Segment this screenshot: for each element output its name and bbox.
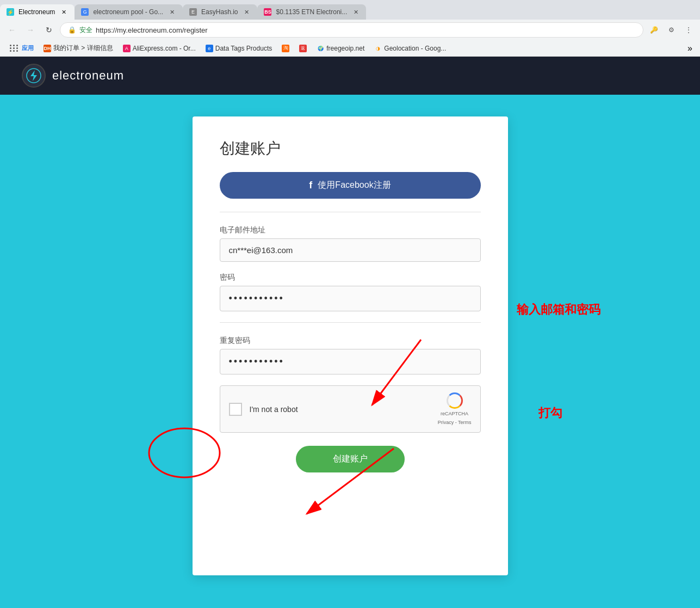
- bookmark-ali[interactable]: A AliExpress.com - Or...: [119, 43, 200, 54]
- tab-close-4[interactable]: ✕: [351, 8, 360, 16]
- bookmark-freegeoip[interactable]: 🌍 freegeoip.net: [312, 43, 369, 54]
- facebook-button-label: 使用Facebook注册: [318, 180, 391, 191]
- facebook-icon: f: [309, 180, 312, 191]
- geolocation-label: Geolocation - Goog...: [384, 45, 446, 52]
- svg-marker-1: [30, 70, 37, 81]
- create-account-button[interactable]: 创建账户: [296, 446, 405, 472]
- logo-icon: [22, 64, 46, 88]
- facebook-register-button[interactable]: f 使用Facebook注册: [220, 172, 481, 199]
- url-bar[interactable]: 🔒 安全 https://my.electroneum.com/register: [60, 22, 643, 38]
- url-text: https://my.electroneum.com/register: [96, 26, 208, 34]
- geolocation-favicon: ◑: [374, 45, 382, 52]
- tab-favicon-2: G: [81, 8, 89, 16]
- bookmark-apps[interactable]: 应用: [4, 42, 38, 54]
- site-logo: electroneum: [22, 64, 124, 88]
- bookmarks-more-button[interactable]: »: [684, 42, 696, 54]
- tab-close-2[interactable]: ✕: [168, 8, 176, 16]
- datatags-label: Data Tags Products: [215, 45, 272, 52]
- bookmark-taobao[interactable]: 淘: [277, 43, 294, 54]
- bookmark-datatags[interactable]: e Data Tags Products: [201, 43, 277, 54]
- tab-close-3[interactable]: ✕: [242, 8, 251, 16]
- password-group: 密码: [220, 273, 481, 311]
- annotation-text-email-password: 输入邮箱和密码: [517, 302, 600, 318]
- annotation-text-checkbox: 打勾: [538, 405, 562, 421]
- address-bar: ← → ↻ 🔒 安全 https://my.electroneum.com/re…: [0, 20, 700, 40]
- tab-bs[interactable]: BS $0.1135 ETN Electroni... ✕: [257, 4, 366, 20]
- fanli-favicon: 返: [299, 45, 307, 52]
- lock-icon: 🔒: [68, 26, 76, 34]
- confirm-label: 重复密码: [220, 336, 481, 346]
- tab-favicon-1: ⚡: [7, 8, 14, 16]
- secure-label: 安全: [79, 26, 92, 35]
- confirm-input[interactable]: [220, 349, 481, 374]
- tab-pool[interactable]: G electroneum pool - Go... ✕: [75, 4, 183, 20]
- logo-text: electroneum: [52, 69, 124, 83]
- page-content: electroneum 创建账户 f 使用Facebook注册 电子邮件地址 密…: [0, 57, 700, 608]
- dh-label: 我的订单 > 详细信息: [53, 44, 113, 53]
- dh-favicon: DH: [44, 45, 51, 52]
- key-icon[interactable]: 🔑: [647, 23, 661, 37]
- recaptcha-checkbox[interactable]: [229, 403, 242, 416]
- recaptcha-brand: reCAPTCHA: [441, 411, 468, 417]
- ali-label: AliExpress.com - Or...: [133, 45, 196, 52]
- bookmarks-bar: 应用 DH 我的订单 > 详细信息 A AliExpress.com - Or.…: [0, 40, 700, 57]
- more-icon[interactable]: ⋮: [682, 23, 696, 37]
- bookmark-geolocation[interactable]: ◑ Geolocation - Goog...: [370, 43, 450, 54]
- email-input[interactable]: [220, 238, 481, 262]
- tab-easyhash[interactable]: E EasyHash.io ✕: [183, 4, 257, 20]
- recaptcha-left: I'm not a robot: [229, 403, 298, 416]
- password-label: 密码: [220, 273, 481, 282]
- tab-favicon-3: E: [189, 8, 197, 16]
- lightning-icon: [26, 68, 41, 83]
- reload-button[interactable]: ↻: [41, 22, 57, 38]
- tab-bar: ⚡ Electroneum ✕ G electroneum pool - Go.…: [0, 0, 700, 20]
- tab-label-3: EasyHash.io: [201, 8, 238, 16]
- register-card: 创建账户 f 使用Facebook注册 电子邮件地址 密码 重复密码: [193, 116, 508, 575]
- recaptcha-right: reCAPTCHA Privacy - Terms: [438, 392, 472, 426]
- svg-point-5: [149, 428, 220, 477]
- extension-icon[interactable]: ⚙: [664, 23, 678, 37]
- recaptcha-spinner: [447, 392, 463, 409]
- datatags-favicon: e: [206, 45, 213, 52]
- tab-label-1: Electroneum: [18, 8, 55, 16]
- tab-close-1[interactable]: ✕: [59, 8, 68, 16]
- email-label: 电子邮件地址: [220, 225, 481, 235]
- bookmark-dh[interactable]: DH 我的订单 > 详细信息: [39, 42, 117, 54]
- card-title: 创建账户: [220, 138, 481, 159]
- taobao-favicon: 淘: [282, 45, 289, 52]
- recaptcha-links: Privacy - Terms: [438, 420, 472, 426]
- create-button-label: 创建账户: [333, 453, 368, 465]
- email-group: 电子邮件地址: [220, 225, 481, 262]
- password-input[interactable]: [220, 286, 481, 311]
- back-button[interactable]: ←: [4, 22, 20, 38]
- recaptcha-label: I'm not a robot: [250, 405, 298, 414]
- freegeoip-favicon: 🌍: [317, 45, 324, 52]
- recaptcha-box: I'm not a robot reCAPTCHA Privacy - Term…: [220, 385, 481, 433]
- main-area: 创建账户 f 使用Facebook注册 电子邮件地址 密码 重复密码: [0, 95, 700, 608]
- confirm-group: 重复密码: [220, 336, 481, 374]
- tab-electroneum[interactable]: ⚡ Electroneum ✕: [0, 4, 75, 20]
- apps-grid-icon: [9, 44, 20, 53]
- site-header: electroneum: [0, 57, 700, 95]
- forward-button[interactable]: →: [23, 22, 38, 38]
- bookmark-fanli[interactable]: 返: [295, 43, 311, 54]
- freegeoip-label: freegeoip.net: [326, 45, 364, 52]
- tab-favicon-4: BS: [264, 8, 271, 16]
- password-divider: [220, 322, 481, 323]
- tab-label-4: $0.1135 ETN Electroni...: [276, 8, 347, 16]
- form-divider: [220, 212, 481, 212]
- apps-label: 应用: [22, 44, 34, 52]
- tab-label-2: electroneum pool - Go...: [93, 8, 163, 16]
- ali-favicon: A: [123, 45, 131, 52]
